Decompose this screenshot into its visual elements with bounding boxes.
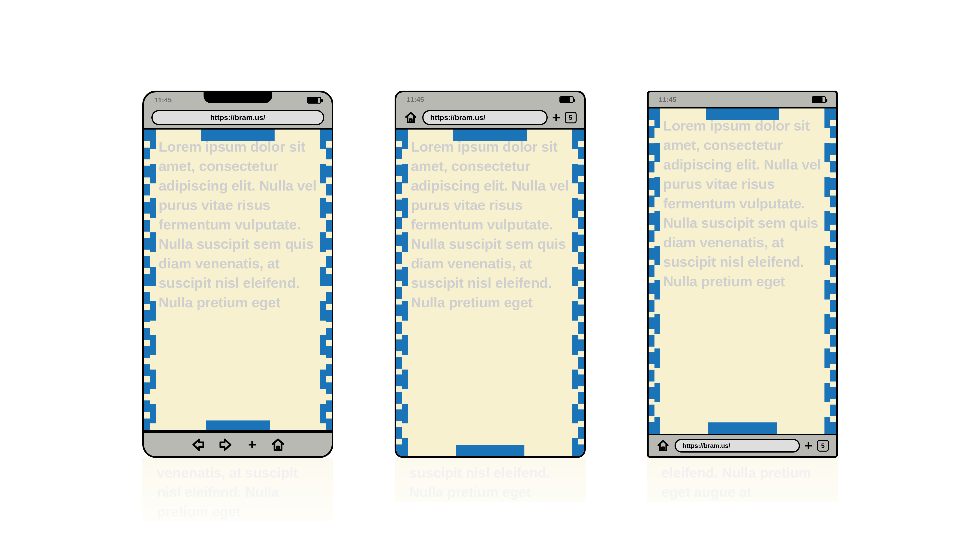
status-time: 11:45 — [154, 96, 172, 104]
status-bar: 11:45 — [396, 92, 584, 107]
phone-2: 11:45 https://bram.us/ + 5 Lorem i — [395, 91, 585, 458]
notch — [204, 92, 272, 103]
phone-3-frame: 11:45 Lorem ipsum dolor sit amet, consec… — [647, 91, 838, 458]
reflection: venenatis, at suscipit nisl eleifend. Nu… — [142, 458, 333, 551]
back-icon[interactable] — [190, 438, 205, 452]
new-tab-icon[interactable]: + — [552, 110, 560, 125]
reflection: eleifend. Nulla pretium eget augue at — [647, 458, 838, 551]
home-icon[interactable] — [404, 110, 418, 125]
viewport: Lorem ipsum dolor sit amet, consectetur … — [649, 107, 836, 435]
address-bar-row: https://bram.us/ — [144, 107, 332, 128]
tab-count-badge[interactable]: 5 — [565, 112, 577, 124]
home-icon[interactable] — [656, 438, 670, 453]
url-field[interactable]: https://bram.us/ — [422, 110, 548, 125]
tab-count-badge[interactable]: 5 — [817, 440, 829, 452]
viewport: Lorem ipsum dolor sit amet, consectetur … — [144, 128, 332, 432]
battery-icon — [812, 96, 826, 103]
viewport: Lorem ipsum dolor sit amet, consectetur … — [396, 128, 584, 456]
bottom-nav: + — [144, 432, 332, 456]
url-field[interactable]: https://bram.us/ — [151, 110, 324, 125]
url-field[interactable]: https://bram.us/ — [675, 439, 800, 453]
reflection: suscipit nisl eleifend. Nulla pretium eg… — [395, 458, 585, 551]
home-icon[interactable] — [271, 438, 285, 452]
new-tab-icon[interactable]: + — [804, 438, 813, 453]
phone-1: 11:45 https://bram.us/ Lorem ipsum dolor… — [142, 91, 333, 458]
diagram-three-phones: 11:45 https://bram.us/ Lorem ipsum dolor… — [0, 0, 980, 551]
page-content-text: Lorem ipsum dolor sit amet, consectetur … — [663, 116, 826, 291]
phone-1-frame: 11:45 https://bram.us/ Lorem ipsum dolor… — [142, 91, 333, 458]
status-bar: 11:45 — [649, 92, 836, 107]
battery-icon — [307, 97, 321, 103]
address-bar-row: https://bram.us/ + 5 — [396, 107, 584, 128]
phone-3: 11:45 Lorem ipsum dolor sit amet, consec… — [647, 91, 838, 458]
battery-icon — [560, 96, 574, 103]
status-time: 11:45 — [407, 96, 424, 103]
forward-icon[interactable] — [219, 438, 234, 452]
address-bar-row-bottom: https://bram.us/ + 5 — [649, 435, 836, 456]
page-content-text: Lorem ipsum dolor sit amet, consectetur … — [411, 137, 574, 312]
new-tab-icon[interactable]: + — [248, 438, 256, 452]
page-content-text: Lorem ipsum dolor sit amet, consectetur … — [159, 137, 322, 312]
status-time: 11:45 — [659, 96, 676, 103]
phone-2-frame: 11:45 https://bram.us/ + 5 Lorem i — [395, 91, 585, 458]
